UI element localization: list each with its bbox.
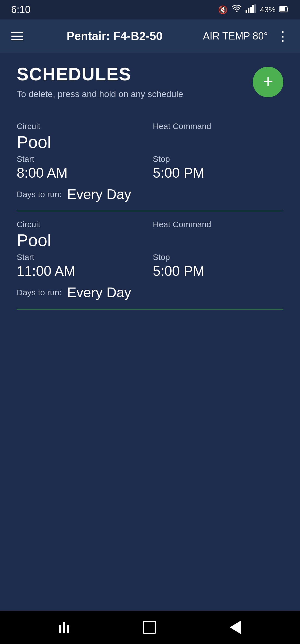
- app-title: Pentair: F4-B2-50: [32, 29, 198, 43]
- start-col: Start 11:00 AM: [17, 252, 147, 279]
- start-value: 11:00 AM: [17, 264, 147, 279]
- heat-command-label: Heat Command: [153, 122, 283, 131]
- days-value: Every Day: [67, 284, 131, 301]
- svg-rect-5: [254, 4, 256, 13]
- wifi-icon: [232, 5, 242, 15]
- schedule-time-row: Start 11:00 AM Stop 5:00 PM: [17, 252, 283, 279]
- schedules-title: SCHEDULES: [17, 64, 183, 85]
- back-button[interactable]: [224, 615, 246, 640]
- main-content: SCHEDULES To delete, press and hold on a…: [0, 53, 300, 611]
- schedules-hint: To delete, press and hold on any schedul…: [17, 89, 183, 99]
- svg-rect-4: [252, 5, 254, 13]
- schedule-circuit-row: Circuit Pool Heat Command: [17, 122, 283, 152]
- circuit-value: Pool: [17, 231, 147, 250]
- schedules-header: SCHEDULES To delete, press and hold on a…: [17, 64, 283, 99]
- stop-col: Stop 5:00 PM: [153, 154, 283, 181]
- schedule-circuit-row: Circuit Pool Heat Command: [17, 220, 283, 250]
- days-label: Days to run:: [17, 190, 62, 199]
- recent-apps-icon: [59, 622, 69, 633]
- start-label: Start: [17, 154, 147, 164]
- recent-apps-button[interactable]: [54, 616, 75, 638]
- add-icon: +: [263, 73, 273, 90]
- back-icon: [230, 621, 241, 634]
- circuit-label: Circuit: [17, 122, 147, 131]
- home-button[interactable]: [137, 615, 162, 640]
- hamburger-menu-icon[interactable]: [8, 29, 26, 43]
- svg-rect-1: [246, 10, 247, 13]
- start-col: Start 8:00 AM: [17, 154, 147, 181]
- schedule-time-row: Start 8:00 AM Stop 5:00 PM: [17, 154, 283, 181]
- start-value: 8:00 AM: [17, 165, 147, 181]
- svg-point-0: [236, 11, 238, 12]
- start-label: Start: [17, 252, 147, 262]
- svg-rect-3: [250, 7, 252, 13]
- status-bar: 6:10 🔇 43%: [0, 0, 300, 19]
- schedule-list: Circuit Pool Heat Command Start 8:00 AM …: [17, 113, 283, 309]
- stop-value: 5:00 PM: [153, 165, 283, 181]
- add-schedule-button[interactable]: +: [253, 67, 283, 97]
- circuit-value: Pool: [17, 133, 147, 152]
- nav-bar: [0, 611, 300, 644]
- days-row: Days to run: Every Day: [17, 284, 283, 301]
- stop-label: Stop: [153, 252, 283, 262]
- battery-percent: 43%: [260, 5, 276, 14]
- stop-label: Stop: [153, 154, 283, 164]
- circuit-label: Circuit: [17, 220, 147, 229]
- days-label: Days to run:: [17, 288, 62, 297]
- air-temp-display: AIR TEMP 80°: [203, 30, 268, 42]
- battery-icon: [279, 5, 289, 14]
- schedule-item[interactable]: Circuit Pool Heat Command Start 8:00 AM …: [17, 113, 283, 211]
- svg-rect-2: [248, 8, 249, 13]
- status-icons: 🔇 43%: [218, 4, 289, 15]
- svg-rect-8: [280, 7, 285, 11]
- svg-rect-7: [287, 8, 288, 11]
- home-icon: [143, 621, 156, 634]
- circuit-col: Circuit Pool: [17, 220, 147, 250]
- stop-col: Stop 5:00 PM: [153, 252, 283, 279]
- schedules-title-block: SCHEDULES To delete, press and hold on a…: [17, 64, 183, 99]
- heat-command-label: Heat Command: [153, 220, 283, 229]
- more-options-icon[interactable]: ⋮: [273, 28, 292, 44]
- heat-command-col: Heat Command: [153, 122, 283, 152]
- circuit-col: Circuit Pool: [17, 122, 147, 152]
- mute-icon: 🔇: [218, 5, 228, 14]
- stop-value: 5:00 PM: [153, 264, 283, 279]
- days-row: Days to run: Every Day: [17, 186, 283, 202]
- schedule-item[interactable]: Circuit Pool Heat Command Start 11:00 AM…: [17, 211, 283, 309]
- signal-icon: [246, 4, 256, 15]
- heat-command-col: Heat Command: [153, 220, 283, 250]
- status-time: 6:10: [11, 4, 31, 16]
- app-bar: Pentair: F4-B2-50 AIR TEMP 80° ⋮: [0, 19, 300, 53]
- days-value: Every Day: [67, 186, 131, 202]
